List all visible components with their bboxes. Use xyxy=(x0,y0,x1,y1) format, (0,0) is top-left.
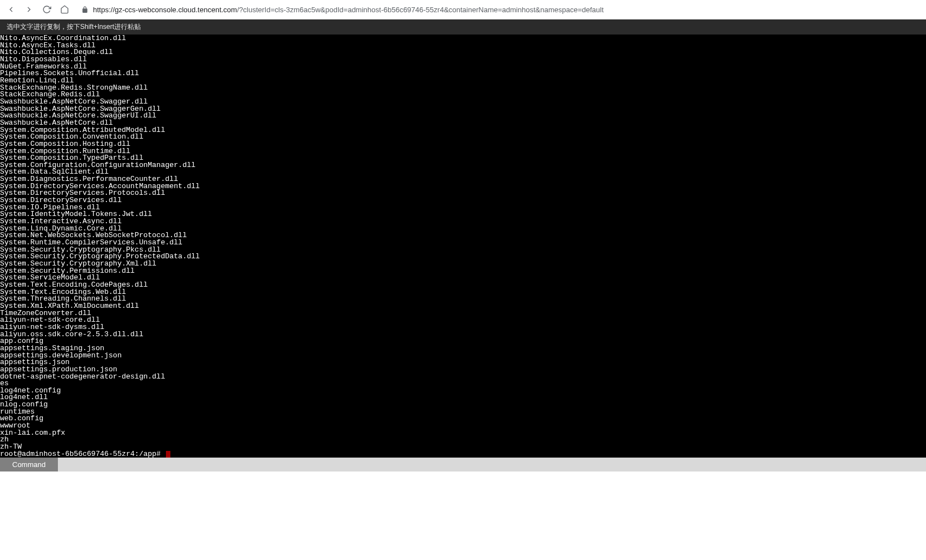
terminal-line: System.IdentityModel.Tokens.Jwt.dll xyxy=(0,211,926,218)
footer-space xyxy=(58,458,926,471)
terminal-line: System.Text.Encodings.Web.dll xyxy=(0,289,926,296)
terminal-line: Pipelines.Sockets.Unofficial.dll xyxy=(0,70,926,77)
address-bar[interactable]: https://gz-ccs-webconsole.cloud.tencent.… xyxy=(76,2,922,17)
terminal-line: es xyxy=(0,380,926,387)
terminal-line: web.config xyxy=(0,415,926,423)
terminal-line: System.DirectoryServices.dll xyxy=(0,197,926,204)
terminal-line: dotnet-aspnet-codegenerator-design.dll xyxy=(0,374,926,381)
terminal-line: Nito.Collections.Deque.dll xyxy=(0,49,926,56)
footer-bar: Command xyxy=(0,458,926,471)
terminal-line: appsettings.json xyxy=(0,359,926,366)
command-tab[interactable]: Command xyxy=(0,458,58,471)
terminal-line: System.Security.Permissions.dll xyxy=(0,268,926,275)
home-button[interactable] xyxy=(58,3,71,16)
terminal-line: appsettings.development.json xyxy=(0,352,926,360)
terminal-line: log4net.config xyxy=(0,387,926,395)
cursor-block xyxy=(166,451,170,458)
terminal-line: System.DirectoryServices.Protocols.dll xyxy=(0,190,926,197)
terminal-line: xin-lai.com.pfx xyxy=(0,430,926,437)
terminal-line: System.Composition.Convention.dll xyxy=(0,134,926,141)
back-button[interactable] xyxy=(4,3,18,16)
terminal-line: TimeZoneConverter.dll xyxy=(0,310,926,317)
terminal-line: aliyun.oss.sdk.core-2.5.3.dll.dll xyxy=(0,331,926,338)
terminal-line: System.Configuration.ConfigurationManage… xyxy=(0,162,926,169)
terminal-line: StackExchange.Redis.StrongName.dll xyxy=(0,85,926,92)
terminal-line: System.Security.Cryptography.Xml.dll xyxy=(0,261,926,268)
command-tab-label: Command xyxy=(12,460,46,469)
instruction-text: 选中文字进行复制，按下Shift+Insert进行粘贴 xyxy=(7,22,141,32)
forward-button[interactable] xyxy=(22,3,36,16)
terminal-prompt[interactable]: root@adminhost-6b56c69746-55zr4:/app# xyxy=(0,451,926,458)
terminal-line: System.Text.Encoding.CodePages.dll xyxy=(0,282,926,289)
instruction-bar: 选中文字进行复制，按下Shift+Insert进行粘贴 xyxy=(0,19,926,35)
terminal-line: wwwroot xyxy=(0,423,926,430)
terminal-line: System.Interactive.Async.dll xyxy=(0,218,926,225)
prompt-text: root@adminhost-6b56c69746-55zr4:/app# xyxy=(0,451,165,458)
lock-icon xyxy=(81,6,89,13)
terminal-line: app.config xyxy=(0,338,926,345)
terminal-line: zh xyxy=(0,436,926,444)
terminal-line: nlog.config xyxy=(0,401,926,409)
terminal-line: runtimes xyxy=(0,409,926,416)
terminal-line: Nito.Disposables.dll xyxy=(0,56,926,63)
page-bottom-gap xyxy=(0,471,926,560)
terminal-line: aliyun-net-sdk-core.dll xyxy=(0,317,926,324)
terminal-output[interactable]: Nito.AsyncEx.Coordination.dllNito.AsyncE… xyxy=(0,35,926,458)
terminal-line: Swashbuckle.AspNetCore.SwaggerUI.dll xyxy=(0,112,926,120)
terminal-line: log4net.dll xyxy=(0,394,926,401)
terminal-line: Nito.AsyncEx.Coordination.dll xyxy=(0,35,926,42)
terminal-line: Nito.AsyncEx.Tasks.dll xyxy=(0,42,926,50)
terminal-line: appsettings.Staging.json xyxy=(0,345,926,352)
reload-button[interactable] xyxy=(40,3,53,16)
terminal-line: System.Composition.Hosting.dll xyxy=(0,141,926,148)
browser-toolbar: https://gz-ccs-webconsole.cloud.tencent.… xyxy=(0,0,926,19)
terminal-line: System.Xml.XPath.XmlDocument.dll xyxy=(0,303,926,310)
url-text: https://gz-ccs-webconsole.cloud.tencent.… xyxy=(93,6,604,14)
